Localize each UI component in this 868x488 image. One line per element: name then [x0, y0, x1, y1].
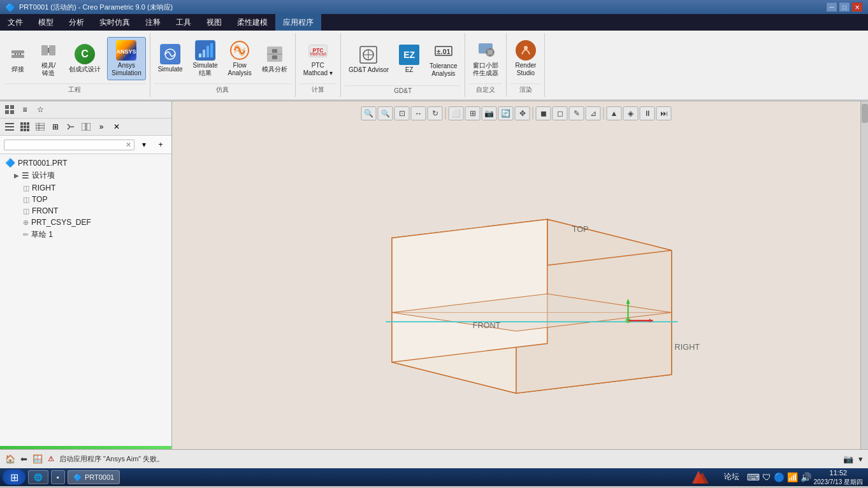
model-tree: 🔷 PRT0001.PRT ▶ ☰ 设计项 ◫ RIGHT ◫ TOP ◫ FR… [0, 154, 171, 446]
menu-file[interactable]: 文件 [0, 14, 31, 31]
flow-button[interactable]: FlowAnalysis [224, 38, 256, 80]
menu-bar: 文件 模型 分析 实时仿真 注释 工具 视图 柔性建模 应用程序 [0, 14, 868, 31]
appearance-btn[interactable]: ◈ [623, 106, 639, 120]
shield-tray[interactable]: 🛡 [762, 472, 771, 482]
list-view-button[interactable]: ≡ [18, 103, 32, 117]
svg-rect-10 [203, 50, 205, 57]
starred-button[interactable]: ☆ [33, 103, 47, 117]
search-input[interactable] [7, 141, 126, 148]
tree-right[interactable]: ◫ RIGHT [0, 182, 171, 194]
clear-search-icon[interactable]: ✕ [126, 141, 131, 149]
dim-btn[interactable]: ⊿ [586, 106, 601, 120]
right-scrollbar[interactable] [860, 101, 868, 449]
render-studio-button[interactable]: RenderStudio [512, 38, 540, 80]
grid-btn2[interactable] [18, 120, 32, 134]
menu-apps[interactable]: 应用程序 [275, 14, 321, 31]
svg-rect-38 [27, 122, 29, 125]
search-input-wrapper: ✕ [4, 140, 134, 150]
ribbon: 焊接 模具/铸造 C 创成式设计 [0, 31, 868, 101]
menu-flexible[interactable]: 柔性建模 [229, 14, 275, 31]
close-panel-btn[interactable]: ✕ [110, 120, 124, 134]
taskbar-creo[interactable]: 🔷 PRT0001 [68, 470, 120, 484]
mold-analysis-button[interactable]: 模具分析 [258, 41, 291, 76]
rotate-btn[interactable]: ↻ [428, 106, 443, 120]
end-btn[interactable]: ⏭ [656, 106, 672, 120]
ribbon-content: 焊接 模具/铸造 C 创成式设计 [0, 31, 868, 101]
close-button[interactable]: ✕ [851, 2, 863, 12]
pause-btn[interactable]: ⏸ [640, 106, 655, 120]
window-icon[interactable]: 🪟 [33, 454, 43, 464]
viewport-toolbar: 🔍 🔍 ⊡ ↔ ↻ ⬜ ⊞ 📷 🔄 ✥ ◼ ◻ ✎ ⊿ ▲ ◈ ⏸ ⏭ [361, 106, 672, 120]
menu-annotation[interactable]: 注释 [138, 14, 168, 31]
shade-btn[interactable]: ◼ [536, 106, 551, 120]
more-btn[interactable]: » [94, 120, 108, 134]
taskbar-chrome[interactable]: 🌐 [28, 470, 48, 484]
list-btn[interactable] [3, 120, 17, 134]
menu-analysis[interactable]: 分析 [61, 14, 92, 31]
ribbon-group-calculation: PTC Mathcad PTCMathcad ▾ 计算 [296, 33, 341, 97]
back-icon[interactable]: ⬅ [20, 454, 27, 464]
home-icon[interactable]: 🏠 [5, 454, 15, 464]
tree-top[interactable]: ◫ TOP [0, 194, 171, 205]
indent-btn[interactable] [64, 120, 78, 134]
tolerance-button[interactable]: ±.01 ToleranceAnalysis [426, 38, 461, 80]
table-btn[interactable] [33, 120, 47, 134]
maximize-button[interactable]: □ [839, 2, 850, 12]
mold-button[interactable]: 模具/铸造 [34, 38, 62, 80]
render-mode-btn[interactable]: ▲ [607, 106, 622, 120]
sim-results-button[interactable]: Simulate结果 [189, 38, 222, 80]
3d-viewport: TOP FRONT RIGHT [172, 101, 860, 449]
window-parts-button[interactable]: 窗口小部件生成器 [469, 38, 502, 80]
clock-date: 2023/7/13 星期四 [814, 478, 863, 486]
box2-btn[interactable]: ⊞ [465, 106, 481, 120]
menu-model[interactable]: 模型 [31, 14, 61, 31]
plane-icon-top: ◫ [23, 196, 29, 204]
gdt-button[interactable]: GD&T Advisor [345, 42, 393, 76]
keyboard-tray[interactable]: ⌨ [747, 472, 760, 482]
svg-rect-35 [5, 129, 14, 131]
box-select-btn[interactable]: ⬜ [449, 106, 464, 120]
menu-tools[interactable]: 工具 [168, 14, 199, 31]
ansys-button[interactable]: ANSYS AnsysSimulation [107, 37, 146, 80]
tree-design[interactable]: ▶ ☰ 设计项 [0, 169, 171, 182]
svg-rect-51 [87, 123, 90, 131]
zoom-in-btn[interactable]: 🔍 [361, 106, 377, 120]
minimize-button[interactable]: ─ [826, 2, 837, 12]
viewport[interactable]: 🔍 🔍 ⊡ ↔ ↻ ⬜ ⊞ 📷 🔄 ✥ ◼ ◻ ✎ ⊿ ▲ ◈ ⏸ ⏭ [172, 101, 860, 449]
tree-root[interactable]: 🔷 PRT0001.PRT [0, 157, 171, 169]
network-tray[interactable]: 📶 [787, 472, 798, 482]
simulate-button[interactable]: Simulate [154, 41, 187, 76]
pan-btn[interactable]: ↔ [411, 106, 426, 120]
grid-view-button[interactable] [3, 103, 17, 117]
annotate-btn[interactable]: ✎ [569, 106, 584, 120]
main-area: ≡ ☆ ⊞ » ✕ [0, 101, 868, 449]
tree-front[interactable]: ◫ FRONT [0, 205, 171, 217]
taskbar-window[interactable]: ▪ [51, 470, 65, 484]
start-button[interactable]: ⊞ [3, 470, 25, 485]
dropdown-icon[interactable]: ▾ [858, 454, 863, 464]
ez-button[interactable]: EZ EZ [395, 42, 423, 76]
volume-tray[interactable]: 🔊 [800, 472, 811, 482]
menu-view[interactable]: 视图 [199, 14, 229, 31]
scrollbar-thumb[interactable] [862, 104, 868, 123]
add-filter-btn[interactable]: + [154, 138, 168, 152]
weld-button[interactable]: 焊接 [4, 41, 32, 76]
spin-btn[interactable]: 🔄 [498, 106, 514, 120]
camera-icon[interactable]: 📷 [843, 454, 853, 464]
columns-btn[interactable] [79, 120, 93, 134]
render-icon [516, 40, 536, 61]
tree-sketch[interactable]: ✏ 草绘 1 [0, 228, 171, 241]
wire-btn[interactable]: ◻ [553, 106, 568, 120]
zoom-fit-btn[interactable]: ⊡ [394, 106, 410, 120]
filter-btn[interactable]: ⊞ [48, 120, 62, 134]
search-dropdown-btn[interactable]: ▾ [137, 138, 151, 152]
zoom-out-btn[interactable]: 🔍 [378, 106, 393, 120]
cad-button[interactable]: C 创成式设计 [65, 41, 105, 76]
mold-analysis-icon [264, 44, 285, 64]
menu-simulation[interactable]: 实时仿真 [92, 14, 138, 31]
capture-btn[interactable]: 📷 [482, 106, 497, 120]
move-btn[interactable]: ✥ [515, 106, 530, 120]
ptc-button[interactable]: PTC Mathcad PTCMathcad ▾ [300, 38, 336, 80]
tree-csys[interactable]: ⊕ PRT_CSYS_DEF [0, 217, 171, 228]
bluetooth-tray[interactable]: 🔵 [774, 472, 785, 482]
